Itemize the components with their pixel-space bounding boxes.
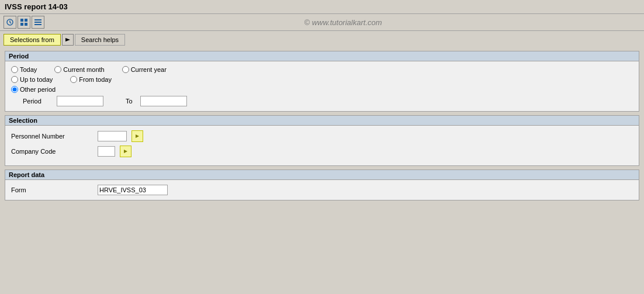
radio-up-to-today[interactable]: Up to today <box>11 76 53 83</box>
radio-current-month[interactable]: Current month <box>54 66 104 73</box>
form-label: Form <box>11 186 93 193</box>
radio-from-today-input[interactable] <box>70 76 77 83</box>
period-input-row: Period To <box>11 96 633 106</box>
page-title: IVSS report 14-03 <box>5 2 68 11</box>
radio-current-year-label: Current year <box>131 66 167 73</box>
radio-today-label: Today <box>20 66 37 73</box>
radio-current-year-input[interactable] <box>122 66 129 73</box>
radio-other-period-label: Other period <box>20 86 56 93</box>
top-buttons-bar: Selections from Search helps <box>0 31 644 49</box>
radio-other-period[interactable]: Other period <box>11 86 56 93</box>
radio-from-today[interactable]: From today <box>70 76 112 83</box>
svg-marker-8 <box>65 38 70 41</box>
svg-rect-1 <box>20 19 23 22</box>
radio-today[interactable]: Today <box>11 66 37 73</box>
radio-from-today-label: From today <box>79 76 112 83</box>
svg-rect-4 <box>25 23 27 26</box>
radio-current-month-label: Current month <box>63 66 104 73</box>
period-from-input[interactable] <box>57 96 103 106</box>
svg-rect-7 <box>34 24 41 25</box>
period-row-2: Up to today From today <box>11 76 633 83</box>
svg-rect-6 <box>34 22 41 23</box>
radio-current-year[interactable]: Current year <box>122 66 167 73</box>
selection-section: Selection Personnel Number Company Code <box>5 115 639 166</box>
company-code-input[interactable] <box>98 146 115 157</box>
svg-marker-9 <box>136 134 139 138</box>
radio-up-to-today-label: Up to today <box>20 76 53 83</box>
form-input[interactable] <box>98 185 168 195</box>
svg-rect-3 <box>20 23 23 26</box>
period-header: Period <box>5 51 639 61</box>
period-body: Today Current month Current year Up to t… <box>5 61 639 111</box>
period-row-1: Today Current month Current year <box>11 66 633 73</box>
report-data-section: Report data Form <box>5 170 639 200</box>
main-content: Period Today Current month Current year <box>0 49 644 203</box>
watermark: © www.tutorialkart.com <box>46 18 640 27</box>
company-code-arrow-btn[interactable] <box>120 146 131 157</box>
radio-today-input[interactable] <box>11 66 18 73</box>
personnel-number-arrow-btn[interactable] <box>131 130 143 142</box>
selection-header: Selection <box>5 116 639 126</box>
arrow-icon <box>62 34 74 46</box>
svg-rect-2 <box>25 19 27 22</box>
radio-up-to-today-input[interactable] <box>11 76 18 83</box>
toolbar: © www.tutorialkart.com <box>0 14 644 31</box>
form-row: Form <box>11 185 633 195</box>
selections-from-button[interactable]: Selections from <box>4 34 61 46</box>
radio-current-month-input[interactable] <box>54 66 61 73</box>
search-helps-button[interactable]: Search helps <box>75 34 125 46</box>
svg-marker-10 <box>124 150 127 153</box>
period-section: Period Today Current month Current year <box>5 51 639 112</box>
toolbar-btn-2[interactable] <box>18 16 30 29</box>
personnel-number-row: Personnel Number <box>11 130 633 142</box>
selection-body: Personnel Number Company Code <box>5 126 639 165</box>
report-data-header: Report data <box>5 170 639 180</box>
period-row-3: Other period <box>11 86 633 93</box>
toolbar-btn-1[interactable] <box>4 16 16 29</box>
title-bar: IVSS report 14-03 <box>0 0 644 14</box>
period-from-label: Period <box>23 98 52 105</box>
personnel-number-input[interactable] <box>98 131 127 141</box>
company-code-row: Company Code <box>11 146 633 157</box>
personnel-number-label: Personnel Number <box>11 133 93 140</box>
period-to-label: To <box>126 98 133 105</box>
toolbar-btn-3[interactable] <box>32 16 44 29</box>
company-code-label: Company Code <box>11 148 93 155</box>
svg-rect-5 <box>34 19 41 20</box>
period-to-input[interactable] <box>140 96 187 106</box>
radio-other-period-input[interactable] <box>11 86 18 93</box>
report-data-body: Form <box>5 180 639 200</box>
